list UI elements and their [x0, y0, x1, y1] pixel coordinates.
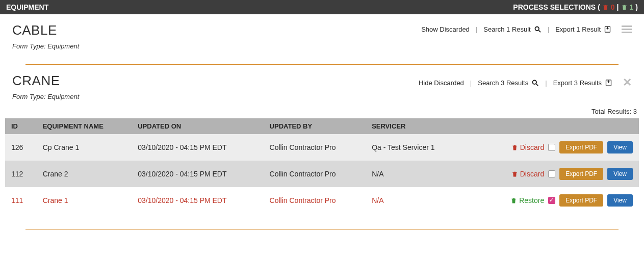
trash-icon: [511, 144, 518, 151]
restore-icon: [621, 4, 628, 11]
row-checkbox[interactable]: [548, 144, 555, 151]
section-crane: CRANE Form Type: Equipment Hide Discarde…: [0, 65, 644, 105]
view-button[interactable]: View: [607, 141, 633, 153]
discard-button[interactable]: Discard: [511, 170, 544, 178]
restore-button[interactable]: Restore: [510, 196, 544, 204]
cell-servicer: N/A: [366, 161, 463, 187]
cell-name: Cp Crane 1: [37, 134, 132, 161]
top-bar-title: EQUIPMENT: [6, 3, 48, 11]
show-discarded-toggle[interactable]: Show Discarded: [421, 25, 470, 33]
discard-button[interactable]: Discard: [511, 143, 544, 151]
cell-servicer: Qa - Test Servicer 1: [366, 134, 463, 161]
cell-updated_on: 03/10/2020 - 04:15 PM EDT: [132, 134, 263, 161]
cell-updated_by: Collin Contractor Pro: [264, 134, 366, 161]
hide-discarded-toggle[interactable]: Hide Discarded: [419, 79, 464, 87]
results-table: ID EQUIPMENT NAME UPDATED ON UPDATED BY …: [5, 118, 639, 214]
restore-count: 1: [630, 3, 634, 11]
col-updated-by: UPDATED BY: [264, 118, 366, 134]
cell-updated_on: 03/10/2020 - 04:15 PM EDT: [132, 187, 263, 214]
export-icon: [605, 79, 612, 87]
trash-icon: [511, 171, 518, 177]
form-type: Form Type: Equipment: [12, 93, 632, 100]
cell-servicer: N/A: [366, 187, 463, 214]
export-icon: [604, 25, 611, 33]
search-results[interactable]: Search 3 Results: [478, 79, 539, 87]
cell-id: 126: [5, 134, 37, 161]
col-name: EQUIPMENT NAME: [37, 118, 132, 134]
cell-id: 111: [5, 187, 37, 214]
row-checkbox[interactable]: [548, 197, 555, 204]
section-cable: CABLE Form Type: Equipment Show Discarde…: [0, 14, 644, 54]
search-icon: [534, 25, 542, 33]
export-pdf-button[interactable]: Export PDF: [559, 194, 603, 207]
col-servicer: SERVICER: [366, 118, 463, 134]
cell-actions: DiscardExport PDFView: [463, 134, 639, 161]
svg-point-0: [535, 27, 539, 31]
cell-updated_by: Collin Contractor Pro: [264, 187, 366, 214]
cell-actions: RestoreExport PDFView: [463, 187, 639, 214]
process-selections[interactable]: PROCESS SELECTIONS ( 0 | 1 ): [513, 3, 638, 11]
col-updated-on: UPDATED ON: [132, 118, 263, 134]
restore-icon: [510, 197, 517, 204]
export-results[interactable]: Export 1 Result: [555, 25, 611, 33]
export-pdf-button[interactable]: Export PDF: [559, 168, 603, 180]
view-button[interactable]: View: [607, 194, 633, 207]
svg-line-1: [538, 30, 540, 32]
cell-name: Crane 2: [37, 161, 132, 187]
table-row: 111Crane 103/10/2020 - 04:15 PM EDTColli…: [5, 187, 639, 214]
close-icon[interactable]: ✕: [623, 76, 632, 89]
svg-point-3: [533, 80, 537, 84]
col-actions: [463, 118, 639, 134]
cell-actions: DiscardExport PDFView: [463, 161, 639, 187]
table-row: 126Cp Crane 103/10/2020 - 04:15 PM EDTCo…: [5, 134, 639, 161]
cell-id: 112: [5, 161, 37, 187]
col-id: ID: [5, 118, 37, 134]
top-bar: EQUIPMENT PROCESS SELECTIONS ( 0 | 1 ): [0, 0, 644, 14]
section-controls: Hide Discarded | Search 3 Results | Expo…: [419, 76, 632, 89]
export-pdf-button[interactable]: Export PDF: [559, 141, 603, 153]
export-results[interactable]: Export 3 Results: [553, 79, 612, 87]
search-icon: [531, 79, 539, 87]
menu-icon[interactable]: [622, 25, 632, 33]
cell-name: Crane 1: [37, 187, 132, 214]
section-controls: Show Discarded | Search 1 Result | Expor…: [421, 25, 632, 33]
total-results: Total Results: 3: [0, 105, 644, 118]
table-header-row: ID EQUIPMENT NAME UPDATED ON UPDATED BY …: [5, 118, 639, 134]
form-type: Form Type: Equipment: [12, 42, 632, 50]
trash-count: 0: [611, 3, 615, 11]
svg-line-4: [536, 84, 538, 86]
cell-updated_by: Collin Contractor Pro: [264, 161, 366, 187]
section-divider: [25, 229, 619, 229]
cell-updated_on: 03/10/2020 - 04:15 PM EDT: [132, 161, 263, 187]
table-row: 112Crane 203/10/2020 - 04:15 PM EDTColli…: [5, 161, 639, 187]
trash-icon: [602, 4, 609, 11]
view-button[interactable]: View: [607, 168, 633, 180]
row-checkbox[interactable]: [548, 170, 555, 177]
process-selections-label: PROCESS SELECTIONS: [513, 3, 596, 11]
search-results[interactable]: Search 1 Result: [483, 25, 542, 33]
